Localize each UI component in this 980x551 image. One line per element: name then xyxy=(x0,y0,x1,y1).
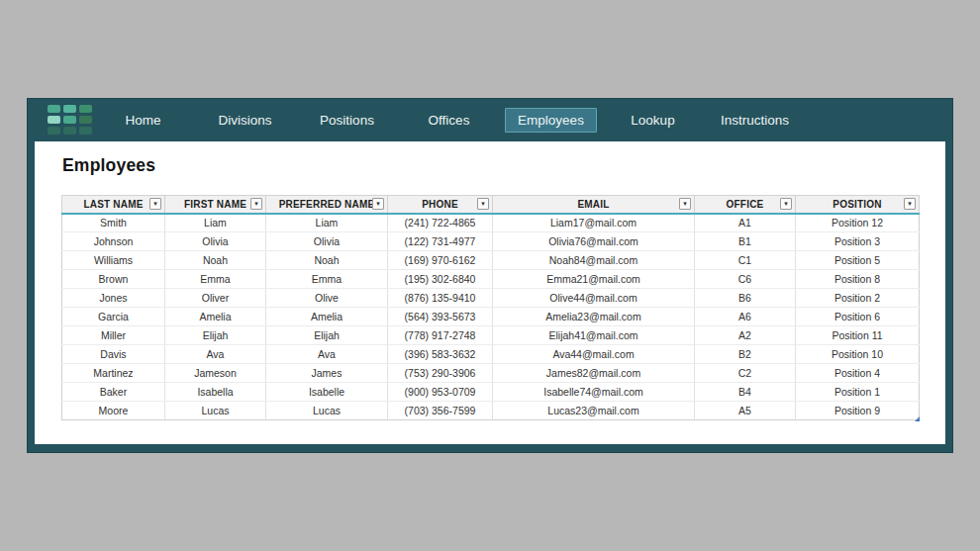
table-cell[interactable]: Emma21@mail.com xyxy=(493,270,695,289)
table-cell[interactable]: Noah xyxy=(266,251,388,270)
table-cell[interactable]: Elijah41@mail.com xyxy=(493,326,695,345)
nav-tab-lookup[interactable]: Lookup xyxy=(602,108,704,133)
table-cell[interactable]: Olivia76@mail.com xyxy=(493,232,695,251)
table-cell[interactable]: A5 xyxy=(695,402,796,420)
table-cell[interactable]: Olive xyxy=(266,289,388,308)
table-cell[interactable]: C2 xyxy=(695,364,796,383)
table-cell[interactable]: Position 1 xyxy=(796,383,920,402)
table-cell[interactable]: A2 xyxy=(695,326,796,345)
nav-tab-divisions[interactable]: Divisions xyxy=(194,108,296,133)
table-cell[interactable]: Amelia xyxy=(266,308,388,326)
table-cell[interactable]: Elijah xyxy=(165,326,266,345)
table-cell[interactable]: Williams xyxy=(62,251,165,270)
table-cell[interactable]: Isabella xyxy=(165,383,266,402)
table-cell[interactable]: A6 xyxy=(695,308,796,326)
nav-tab-offices[interactable]: Offices xyxy=(398,108,500,133)
table-cell[interactable]: Position 12 xyxy=(796,214,920,232)
table-cell[interactable]: B2 xyxy=(695,345,796,364)
table-cell[interactable]: (703) 356-7599 xyxy=(388,402,493,420)
table-cell[interactable]: Davis xyxy=(62,345,165,364)
nav-bar: Home Divisions Positions Offices Employe… xyxy=(28,99,952,141)
filter-dropdown-icon[interactable]: ▾ xyxy=(149,198,161,210)
table-cell[interactable]: Amelia xyxy=(165,308,266,326)
app-window: Home Divisions Positions Offices Employe… xyxy=(28,99,952,452)
table-cell[interactable]: Emma xyxy=(266,270,388,289)
table-cell[interactable]: (195) 302-6840 xyxy=(388,270,493,289)
table-cell[interactable]: C1 xyxy=(695,251,796,270)
table-cell[interactable]: Miller xyxy=(62,326,165,345)
table-cell[interactable]: Olive44@mail.com xyxy=(493,289,695,308)
filter-dropdown-icon[interactable]: ▾ xyxy=(780,198,792,210)
table-cell[interactable]: Ava xyxy=(266,345,388,364)
table-cell[interactable]: Johnson xyxy=(62,232,165,251)
table-row: GarciaAmeliaAmelia(564) 393-5673Amelia23… xyxy=(62,308,920,326)
column-header-email: EMAIL▾ xyxy=(493,196,695,214)
table-cell[interactable]: (900) 953-0709 xyxy=(388,383,493,402)
table-cell[interactable]: B6 xyxy=(695,289,796,308)
column-header-office: OFFICE▾ xyxy=(695,196,796,214)
table-cell[interactable]: Moore xyxy=(62,402,165,420)
table-cell[interactable]: Lucas xyxy=(266,402,388,420)
table-cell[interactable]: (876) 135-9410 xyxy=(388,289,493,308)
table-cell[interactable]: Position 4 xyxy=(796,364,920,383)
table-cell[interactable]: Martinez xyxy=(62,364,165,383)
table-cell[interactable]: Position 5 xyxy=(796,251,920,270)
table-cell[interactable]: Noah xyxy=(165,251,266,270)
table-cell[interactable]: B4 xyxy=(695,383,796,402)
table-cell[interactable]: Emma xyxy=(165,270,266,289)
table-cell[interactable]: (564) 393-5673 xyxy=(388,308,493,326)
table-cell[interactable]: Amelia23@mail.com xyxy=(493,308,695,326)
table-cell[interactable]: Position 3 xyxy=(796,232,920,251)
filter-dropdown-icon[interactable]: ▾ xyxy=(372,198,384,210)
table-cell[interactable]: Position 11 xyxy=(796,326,920,345)
filter-dropdown-icon[interactable]: ▾ xyxy=(904,198,916,210)
table-cell[interactable]: (241) 722-4865 xyxy=(388,214,493,232)
table-cell[interactable]: (122) 731-4977 xyxy=(388,232,493,251)
table-cell[interactable]: Smith xyxy=(62,214,165,232)
table-cell[interactable]: Oliver xyxy=(165,289,266,308)
nav-tab-positions[interactable]: Positions xyxy=(296,108,398,133)
table-cell[interactable]: B1 xyxy=(695,232,796,251)
filter-dropdown-icon[interactable]: ▾ xyxy=(250,198,262,210)
table-cell[interactable]: Jones xyxy=(62,289,165,308)
app-logo-icon xyxy=(48,105,92,135)
table-header: LAST NAME▾ FIRST NAME▾ PREFERRED NAME▾ P… xyxy=(62,196,920,214)
table-cell[interactable]: Liam17@mail.com xyxy=(493,214,695,232)
table-cell[interactable]: Garcia xyxy=(62,308,165,326)
table-cell[interactable]: Baker xyxy=(62,383,165,402)
employees-table: LAST NAME▾ FIRST NAME▾ PREFERRED NAME▾ P… xyxy=(61,195,920,420)
table-cell[interactable]: Elijah xyxy=(266,326,388,345)
table-cell[interactable]: Olivia xyxy=(266,232,388,251)
table-cell[interactable]: Ava44@mail.com xyxy=(493,345,695,364)
table-cell[interactable]: Noah84@mail.com xyxy=(493,251,695,270)
table-cell[interactable]: Liam xyxy=(266,214,388,232)
column-header-phone: PHONE▾ xyxy=(388,196,493,214)
table-cell[interactable]: Position 6 xyxy=(796,308,920,326)
table-cell[interactable]: Ava xyxy=(165,345,266,364)
table-cell[interactable]: (169) 970-6162 xyxy=(388,251,493,270)
table-cell[interactable]: James xyxy=(266,364,388,383)
table-cell[interactable]: Liam xyxy=(165,214,266,232)
nav-tab-home[interactable]: Home xyxy=(92,108,194,133)
table-cell[interactable]: Isabelle xyxy=(266,383,388,402)
filter-dropdown-icon[interactable]: ▾ xyxy=(477,198,489,210)
table-cell[interactable]: C6 xyxy=(695,270,796,289)
table-cell[interactable]: Position 9 xyxy=(796,402,920,420)
table-cell[interactable]: Lucas23@mail.com xyxy=(493,402,695,420)
nav-tab-employees[interactable]: Employees xyxy=(500,108,602,133)
table-cell[interactable]: Position 10 xyxy=(796,345,920,364)
table-cell[interactable]: (753) 290-3906 xyxy=(388,364,493,383)
table-cell[interactable]: A1 xyxy=(695,214,796,232)
table-cell[interactable]: Position 2 xyxy=(796,289,920,308)
table-cell[interactable]: (396) 583-3632 xyxy=(388,345,493,364)
nav-tab-instructions[interactable]: Instructions xyxy=(704,108,806,133)
table-cell[interactable]: Olivia xyxy=(165,232,266,251)
table-cell[interactable]: Position 8 xyxy=(796,270,920,289)
filter-dropdown-icon[interactable]: ▾ xyxy=(679,198,691,210)
table-cell[interactable]: (778) 917-2748 xyxy=(388,326,493,345)
table-cell[interactable]: Lucas xyxy=(165,402,266,420)
table-cell[interactable]: Jameson xyxy=(165,364,266,383)
table-cell[interactable]: Brown xyxy=(62,270,165,289)
table-cell[interactable]: James82@mail.com xyxy=(493,364,695,383)
table-cell[interactable]: Isabelle74@mail.com xyxy=(493,383,695,402)
